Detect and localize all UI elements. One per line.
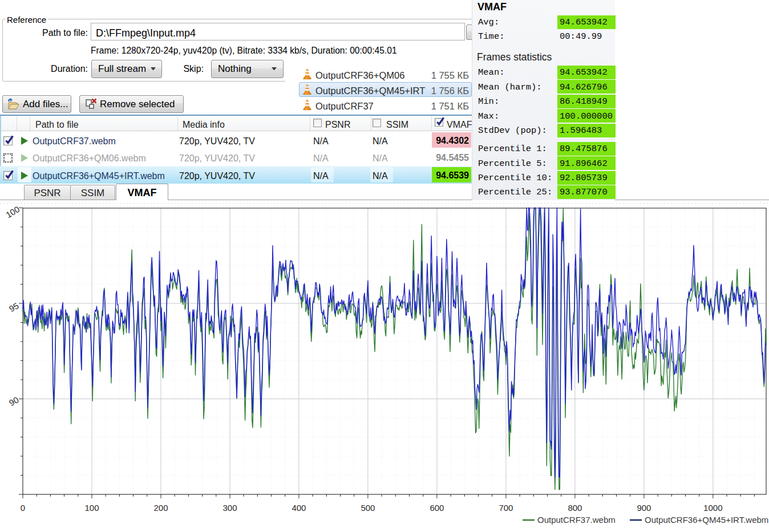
svg-text:100: 100 (84, 503, 99, 513)
svg-text:95: 95 (7, 300, 21, 314)
svg-text:800: 800 (568, 503, 582, 513)
svg-text:90: 90 (7, 395, 21, 408)
svg-text:300: 300 (222, 503, 237, 513)
svg-text:600: 600 (430, 503, 444, 513)
svg-text:400: 400 (292, 503, 306, 513)
svg-text:1000: 1000 (703, 503, 722, 513)
svg-text:0: 0 (21, 503, 25, 513)
svg-text:100: 100 (4, 204, 21, 220)
svg-text:OutputCRF36+QM45+IRT.webm: OutputCRF36+QM45+IRT.webm (645, 515, 768, 525)
svg-text:200: 200 (153, 503, 168, 513)
svg-text:900: 900 (637, 503, 651, 513)
svg-text:OutputCRF37.webm: OutputCRF37.webm (537, 515, 616, 525)
svg-text:500: 500 (361, 503, 375, 513)
svg-text:700: 700 (499, 503, 513, 513)
